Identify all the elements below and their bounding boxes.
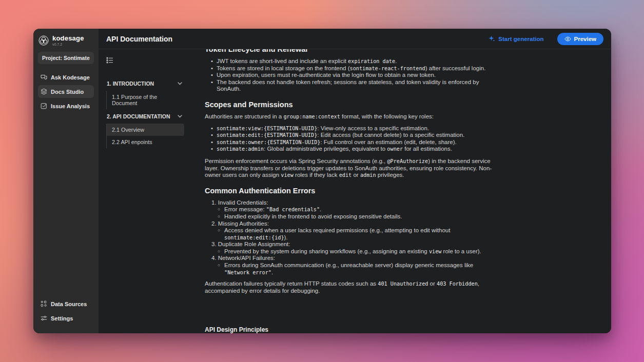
doc-numbered-item-title: Network/API Failures: bbox=[211, 255, 275, 261]
inline-code: sontimate:edit:{id} bbox=[224, 235, 284, 240]
doc-bullet-list: sontimate:view:{ESTIMATION-UUID}: View-o… bbox=[205, 125, 492, 153]
text-run: privileges. bbox=[376, 172, 404, 178]
app-name: kodesage bbox=[52, 35, 84, 42]
sidebar-nav: Ask KodesageDocs StudioIssue Analysis bbox=[38, 71, 94, 114]
doc-sub-item: Handled explicitly in the frontend to av… bbox=[224, 213, 492, 220]
text-run: format, with the following key roles: bbox=[340, 113, 434, 119]
toc-item-label: 2.1 Overview bbox=[112, 127, 144, 133]
eye-icon bbox=[564, 36, 571, 42]
doc-sub-item: Error message: "Bad credentials". bbox=[224, 206, 492, 213]
sidebar-item-label: Issue Analysis bbox=[51, 103, 90, 109]
doc-sub-item: Prevented by the system during sharing w… bbox=[224, 248, 492, 255]
check-square-icon bbox=[41, 103, 47, 109]
inline-code: "Bad credentials" bbox=[266, 207, 320, 212]
text-run: Error message: bbox=[224, 206, 266, 212]
kodesage-logo-icon bbox=[38, 35, 49, 46]
doc-sub-item: Errors during SonAuth communication (e.g… bbox=[224, 262, 492, 276]
chevron-down-icon[interactable] bbox=[178, 82, 182, 85]
doc-heading: Scopes and Permissions bbox=[205, 100, 492, 109]
inline-code: sontimate:edit:{ESTIMATION-UUID} bbox=[217, 132, 317, 138]
sliders-icon bbox=[41, 315, 47, 321]
doc-numbered-item-title: Duplicate Role Assignment: bbox=[211, 241, 290, 247]
doc-paragraph: Permission enforcement occurs via Spring… bbox=[205, 158, 492, 179]
toc-item-2-api-documentation[interactable]: 2. API DOCUMENTATION bbox=[106, 109, 184, 124]
text-run: or bbox=[352, 172, 360, 178]
toc-item-1-introduction[interactable]: 1. INTRODUCTION bbox=[106, 76, 184, 91]
doc-sub-item: Access denied when a user lacks required… bbox=[224, 227, 492, 241]
content-area: 1. INTRODUCTION1.1 Purpose of the Docume… bbox=[99, 49, 611, 333]
text-run: Permission enforcement occurs via Spring… bbox=[205, 158, 387, 164]
text-run: : Full control over an estimation (edit,… bbox=[320, 139, 456, 145]
sidebar-item-docs-studio[interactable]: Docs Studio bbox=[38, 85, 94, 98]
doc-paragraph: Authorities are structured in a group:na… bbox=[205, 113, 492, 120]
doc-numbered-item-title: Invalid Credentials: bbox=[211, 199, 268, 206]
sidebar-bottom-nav: Data SourcesSettings bbox=[38, 297, 94, 326]
sidebar-item-settings[interactable]: Settings bbox=[38, 312, 94, 325]
inline-code: sontimate:admin bbox=[217, 146, 264, 152]
toc-panel: 1. INTRODUCTION1.1 Purpose of the Docume… bbox=[99, 49, 189, 333]
doc-sub-list: Error message: "Bad credentials".Handled… bbox=[211, 206, 492, 220]
toc-list-icon[interactable] bbox=[106, 57, 184, 64]
inline-code: admin bbox=[360, 172, 376, 178]
toc-item-2-1-overview[interactable]: 2.1 Overview bbox=[106, 124, 184, 136]
inline-code: view bbox=[281, 172, 294, 178]
text-run: . bbox=[271, 269, 273, 275]
project-selector[interactable]: Project: Sontimate bbox=[38, 52, 94, 64]
doc-numbered-list: Invalid Credentials:Error message: "Bad … bbox=[205, 199, 492, 276]
start-generation-label: Start generation bbox=[498, 36, 543, 42]
doc-numbered-item: Duplicate Role Assignment:Prevented by t… bbox=[211, 241, 492, 255]
doc-paragraph: Authentication failures typically return… bbox=[205, 280, 492, 294]
text-run: Upon expiration, users must re-authentic… bbox=[217, 72, 436, 78]
text-run: Handled explicitly in the frontend to av… bbox=[224, 213, 402, 219]
doc-numbered-item: Invalid Credentials:Error message: "Bad … bbox=[211, 199, 492, 220]
sidebar-item-ask-kodesage[interactable]: Ask Kodesage bbox=[38, 71, 94, 84]
doc-heading: Common Authentication Errors bbox=[205, 187, 492, 195]
inline-code: "Network error" bbox=[224, 270, 271, 275]
chevron-down-icon[interactable] bbox=[178, 115, 182, 118]
toc-item-label: 1.1 Purpose of the Document bbox=[112, 94, 157, 106]
toc-item-label: 2. API DOCUMENTATION bbox=[107, 113, 170, 119]
doc-bullet-item: sontimate:edit:{ESTIMATION-UUID}: Edit a… bbox=[217, 132, 492, 139]
inline-code: 403 Forbidden bbox=[437, 281, 478, 287]
text-run: Errors during SonAuth communication (e.g… bbox=[224, 262, 473, 268]
layers-icon bbox=[41, 88, 47, 95]
chat-icon bbox=[41, 74, 47, 81]
sidebar-item-issue-analysis[interactable]: Issue Analysis bbox=[38, 99, 94, 112]
doc-bullet-list: JWT tokens are short-lived and include a… bbox=[205, 58, 492, 93]
sidebar-item-data-sources[interactable]: Data Sources bbox=[38, 297, 94, 310]
doc-bullet-item: The backend does not handle token refres… bbox=[217, 79, 492, 93]
sidebar-item-label: Docs Studio bbox=[51, 89, 84, 95]
doc-bullet-item: sontimate:owner:{ESTIMATION-UUID}: Full … bbox=[217, 139, 492, 146]
text-run: . bbox=[395, 58, 397, 64]
text-run: role to a user). bbox=[441, 248, 481, 254]
document-body: Token Lifecycle and RenewalJWT tokens ar… bbox=[189, 49, 506, 333]
toc-item-1-1-purpose-of-the-document[interactable]: 1.1 Purpose of the Document bbox=[106, 91, 184, 109]
inline-code: sontimate:owner:{ESTIMATION-UUID} bbox=[217, 139, 320, 145]
start-generation-button[interactable]: Start generation bbox=[485, 35, 547, 43]
text-run: ). bbox=[284, 234, 288, 240]
doc-bullet-item: sontimate:view:{ESTIMATION-UUID}: View-o… bbox=[217, 125, 492, 132]
app-window: kodesage v0.7.2 Project: Sontimate Ask K… bbox=[33, 29, 611, 333]
doc-heading: API Design Principles bbox=[205, 327, 492, 333]
doc-bullet-item: Tokens are stored in local storage on th… bbox=[217, 65, 492, 72]
text-run: Access denied when a user lacks required… bbox=[224, 227, 450, 233]
sparkle-icon bbox=[489, 35, 495, 42]
toc-item-2-2-api-enpoints[interactable]: 2.2 API enpoints bbox=[106, 136, 184, 148]
sidebar-item-label: Data Sources bbox=[51, 301, 87, 307]
doc-numbered-item: Missing Authorities:Access denied when a… bbox=[211, 220, 492, 242]
text-run: : Edit access (but cannot delete) to a s… bbox=[317, 132, 464, 138]
sidebar-item-label: Settings bbox=[51, 315, 73, 321]
logo: kodesage v0.7.2 bbox=[38, 34, 94, 52]
toc-item-label: 1. INTRODUCTION bbox=[107, 81, 154, 87]
sidebar-spacer bbox=[38, 114, 94, 297]
page-header: API Documentation Start generation bbox=[99, 29, 611, 49]
inline-code: 401 Unauthorized bbox=[378, 281, 428, 287]
inline-code: @PreAuthorize bbox=[387, 158, 428, 164]
doc-bullet-item: JWT tokens are short-lived and include a… bbox=[217, 58, 492, 65]
preview-button[interactable]: Preview bbox=[557, 33, 603, 45]
text-run: or bbox=[428, 280, 437, 287]
preview-label: Preview bbox=[574, 36, 596, 42]
doc-bullet-item: Upon expiration, users must re-authentic… bbox=[217, 72, 492, 79]
sidebar-item-label: Ask Kodesage bbox=[51, 74, 90, 81]
sidebar: kodesage v0.7.2 Project: Sontimate Ask K… bbox=[33, 29, 99, 333]
